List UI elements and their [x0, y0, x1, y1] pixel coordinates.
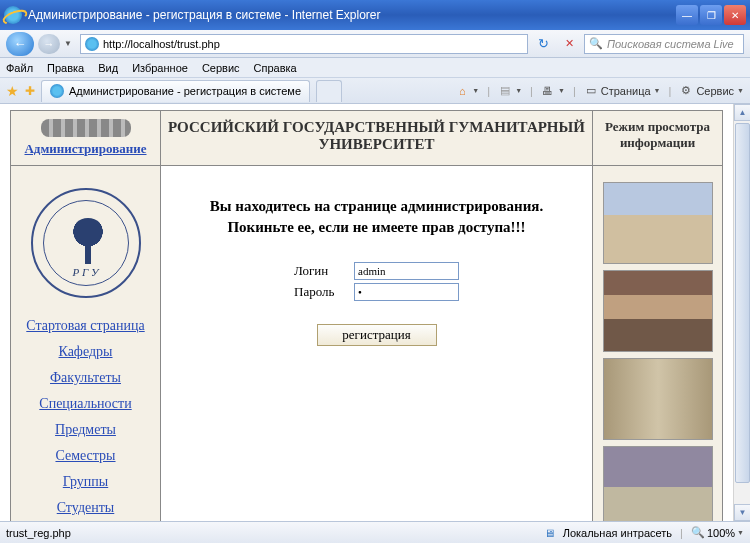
- tab-strip: ★ ✚ Администрирование - регистрация в си…: [0, 78, 750, 104]
- home-button[interactable]: ⌂▼: [455, 84, 479, 98]
- sidebar-right: [593, 166, 723, 522]
- menu-file[interactable]: Файл: [6, 62, 33, 74]
- stop-button[interactable]: ✕: [558, 34, 580, 54]
- close-button[interactable]: ✕: [724, 5, 746, 25]
- address-text: http://localhost/trust.php: [103, 38, 220, 50]
- menu-tools[interactable]: Сервис: [202, 62, 240, 74]
- address-bar[interactable]: http://localhost/trust.php: [80, 34, 528, 54]
- header-left-cell: Администрирование: [11, 111, 161, 166]
- nav-start[interactable]: Стартовая страница: [17, 318, 154, 334]
- navigation-bar: ← → ▼ http://localhost/trust.php ↻ ✕ 🔍 П…: [0, 30, 750, 58]
- add-favorite-icon[interactable]: ✚: [25, 84, 35, 98]
- home-icon: ⌂: [455, 84, 469, 98]
- favorites-center-icon[interactable]: ★: [6, 83, 19, 99]
- sidebar-left: Р Г У Стартовая страница Кафедры Факульт…: [11, 166, 161, 522]
- security-zone: Локальная интрасеть: [563, 527, 672, 539]
- scroll-down-button[interactable]: ▼: [734, 504, 750, 521]
- search-box[interactable]: 🔍 Поисковая система Live: [584, 34, 744, 54]
- maximize-button[interactable]: ❐: [700, 5, 722, 25]
- scroll-up-button[interactable]: ▲: [734, 104, 750, 121]
- nav-specialties[interactable]: Специальности: [17, 396, 154, 412]
- vertical-scrollbar[interactable]: ▲ ▼: [733, 104, 750, 521]
- intranet-zone-icon: 🖥: [544, 527, 555, 539]
- chain-icon: [41, 119, 131, 137]
- minimize-button[interactable]: —: [676, 5, 698, 25]
- page-icon: ▭: [584, 84, 598, 98]
- search-icon: 🔍: [589, 37, 603, 50]
- scroll-thumb[interactable]: [735, 123, 750, 483]
- login-input[interactable]: [354, 262, 459, 280]
- zoom-icon: 🔍: [691, 526, 705, 539]
- tab-title: Администрирование - регистрация в систем…: [69, 85, 301, 97]
- nav-subjects[interactable]: Предметы: [17, 422, 154, 438]
- admin-link[interactable]: Администрирование: [24, 141, 146, 156]
- gear-icon: ⚙: [679, 84, 693, 98]
- tab-favicon-icon: [50, 84, 64, 98]
- nav-departments[interactable]: Кафедры: [17, 344, 154, 360]
- tools-menu[interactable]: ⚙Сервис▼: [679, 84, 744, 98]
- menu-bar: Файл Правка Вид Избранное Сервис Справка: [0, 58, 750, 78]
- password-input[interactable]: [354, 283, 459, 301]
- tab-current[interactable]: Администрирование - регистрация в систем…: [41, 80, 310, 102]
- nav-semesters[interactable]: Семестры: [17, 448, 154, 464]
- admin-warning: Вы находитесь на странице администрирова…: [181, 196, 572, 238]
- nav-faculties[interactable]: Факультеты: [17, 370, 154, 386]
- university-seal-icon: Р Г У: [31, 188, 141, 298]
- print-button[interactable]: 🖶▼: [541, 84, 565, 98]
- zoom-value: 100%: [707, 527, 735, 539]
- rss-icon: ▤: [498, 84, 512, 98]
- password-label: Пароль: [294, 284, 344, 300]
- main-content: Вы находитесь на странице администрирова…: [161, 166, 593, 522]
- forward-button[interactable]: →: [38, 34, 60, 54]
- search-placeholder: Поисковая система Live: [607, 38, 734, 50]
- new-tab-button[interactable]: [316, 80, 342, 102]
- nav-history-dropdown[interactable]: ▼: [64, 39, 76, 48]
- photo-building-2: [603, 446, 713, 521]
- ie-logo-icon: [4, 6, 22, 24]
- refresh-button[interactable]: ↻: [532, 34, 554, 54]
- menu-edit[interactable]: Правка: [47, 62, 84, 74]
- nav-groups[interactable]: Группы: [17, 474, 154, 490]
- nav-students[interactable]: Студенты: [17, 500, 154, 516]
- header-title: РОССИЙСКИЙ ГОСУДАРСТВЕННЫЙ ГУМАНИТАРНЫЙ …: [161, 111, 593, 166]
- layout-table: Администрирование РОССИЙСКИЙ ГОСУДАРСТВЕ…: [10, 110, 723, 521]
- status-text: trust_reg.php: [6, 527, 544, 539]
- photo-building-1: [603, 182, 713, 264]
- zoom-control[interactable]: 🔍 100% ▼: [691, 526, 744, 539]
- page-favicon-icon: [85, 37, 99, 51]
- menu-view[interactable]: Вид: [98, 62, 118, 74]
- status-bar: trust_reg.php 🖥 Локальная интрасеть | 🔍 …: [0, 521, 750, 543]
- page-menu[interactable]: ▭Страница▼: [584, 84, 661, 98]
- login-label: Логин: [294, 263, 344, 279]
- window-title: Администрирование - регистрация в систем…: [28, 8, 676, 22]
- back-button[interactable]: ←: [6, 32, 34, 56]
- register-button[interactable]: регистрация: [317, 324, 437, 346]
- window-titlebar: Администрирование - регистрация в систем…: [0, 0, 750, 30]
- print-icon: 🖶: [541, 84, 555, 98]
- content-viewport: Администрирование РОССИЙСКИЙ ГОСУДАРСТВЕ…: [0, 104, 733, 521]
- menu-help[interactable]: Справка: [254, 62, 297, 74]
- photo-hall: [603, 270, 713, 352]
- header-mode: Режим просмотра информации: [593, 111, 723, 166]
- menu-favorites[interactable]: Избранное: [132, 62, 188, 74]
- feeds-button[interactable]: ▤▼: [498, 84, 522, 98]
- photo-interior: [603, 358, 713, 440]
